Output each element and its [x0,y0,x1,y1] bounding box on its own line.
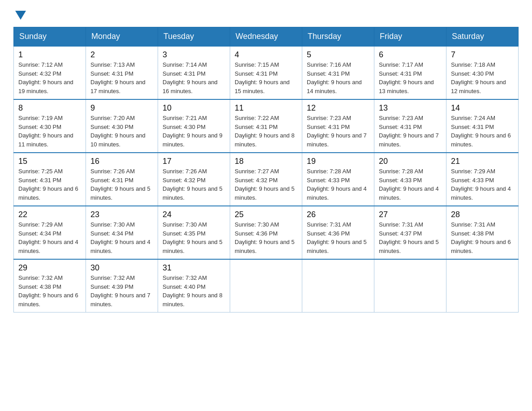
day-cell-2: 2Sunrise: 7:13 AMSunset: 4:31 PMDaylight… [86,46,158,99]
weekday-header-wednesday: Wednesday [230,27,302,47]
day-info: Sunrise: 7:21 AMSunset: 4:30 PMDaylight:… [163,115,223,148]
day-number: 4 [235,50,297,60]
day-info: Sunrise: 7:22 AMSunset: 4:31 PMDaylight:… [235,115,295,148]
day-number: 21 [451,157,514,166]
day-number: 14 [451,103,514,113]
day-info: Sunrise: 7:32 AMSunset: 4:40 PMDaylight:… [163,274,223,308]
day-info: Sunrise: 7:18 AMSunset: 4:30 PMDaylight:… [451,61,506,94]
day-number: 15 [18,157,81,166]
day-cell-25: 25Sunrise: 7:30 AMSunset: 4:36 PMDayligh… [230,206,302,259]
day-number: 5 [307,50,369,60]
empty-cell [374,259,446,313]
day-cell-23: 23Sunrise: 7:30 AMSunset: 4:34 PMDayligh… [86,206,158,259]
day-cell-15: 15Sunrise: 7:25 AMSunset: 4:31 PMDayligh… [14,153,86,206]
weekday-header-saturday: Saturday [446,27,519,47]
day-info: Sunrise: 7:28 AMSunset: 4:33 PMDaylight:… [379,168,439,201]
day-number: 18 [235,157,297,166]
day-number: 20 [379,157,442,166]
day-info: Sunrise: 7:15 AMSunset: 4:31 PMDaylight:… [235,61,290,94]
day-info: Sunrise: 7:29 AMSunset: 4:34 PMDaylight:… [18,221,78,254]
day-number: 25 [235,210,297,219]
weekday-header-tuesday: Tuesday [158,27,230,47]
day-info: Sunrise: 7:19 AMSunset: 4:30 PMDaylight:… [18,115,73,148]
day-cell-19: 19Sunrise: 7:28 AMSunset: 4:33 PMDayligh… [302,153,374,206]
day-info: Sunrise: 7:12 AMSunset: 4:32 PMDaylight:… [18,61,73,94]
day-cell-1: 1Sunrise: 7:12 AMSunset: 4:32 PMDaylight… [14,46,86,99]
day-info: Sunrise: 7:14 AMSunset: 4:31 PMDaylight:… [163,61,218,94]
day-cell-7: 7Sunrise: 7:18 AMSunset: 4:30 PMDaylight… [446,46,519,99]
day-info: Sunrise: 7:32 AMSunset: 4:39 PMDaylight:… [90,274,150,308]
day-number: 29 [18,263,81,273]
day-info: Sunrise: 7:31 AMSunset: 4:36 PMDaylight:… [307,221,367,254]
day-cell-28: 28Sunrise: 7:31 AMSunset: 4:38 PMDayligh… [446,206,519,259]
day-info: Sunrise: 7:20 AMSunset: 4:30 PMDaylight:… [90,115,146,148]
day-number: 7 [451,50,514,60]
day-info: Sunrise: 7:23 AMSunset: 4:31 PMDaylight:… [307,115,367,148]
day-number: 10 [163,103,225,113]
day-info: Sunrise: 7:32 AMSunset: 4:38 PMDaylight:… [18,274,78,308]
day-cell-22: 22Sunrise: 7:29 AMSunset: 4:34 PMDayligh… [14,206,86,259]
day-number: 13 [379,103,442,113]
day-cell-24: 24Sunrise: 7:30 AMSunset: 4:35 PMDayligh… [158,206,230,259]
day-info: Sunrise: 7:30 AMSunset: 4:36 PMDaylight:… [235,221,295,254]
day-number: 28 [451,210,514,219]
day-cell-13: 13Sunrise: 7:23 AMSunset: 4:31 PMDayligh… [374,99,446,153]
logo [13,9,26,18]
day-info: Sunrise: 7:28 AMSunset: 4:33 PMDaylight:… [307,168,367,201]
day-cell-5: 5Sunrise: 7:16 AMSunset: 4:31 PMDaylight… [302,46,374,99]
day-cell-27: 27Sunrise: 7:31 AMSunset: 4:37 PMDayligh… [374,206,446,259]
logo-triangle-icon [15,11,26,20]
week-row-1: 1Sunrise: 7:12 AMSunset: 4:32 PMDaylight… [14,46,519,99]
empty-cell [230,259,302,313]
day-cell-30: 30Sunrise: 7:32 AMSunset: 4:39 PMDayligh… [86,259,158,313]
day-info: Sunrise: 7:23 AMSunset: 4:31 PMDaylight:… [379,115,439,148]
weekday-header-monday: Monday [86,27,158,47]
day-cell-18: 18Sunrise: 7:27 AMSunset: 4:32 PMDayligh… [230,153,302,206]
day-cell-21: 21Sunrise: 7:29 AMSunset: 4:33 PMDayligh… [446,153,519,206]
day-number: 24 [163,210,225,219]
day-cell-16: 16Sunrise: 7:26 AMSunset: 4:31 PMDayligh… [86,153,158,206]
day-number: 22 [18,210,81,219]
calendar-table: SundayMondayTuesdayWednesdayThursdayFrid… [13,27,519,313]
day-cell-12: 12Sunrise: 7:23 AMSunset: 4:31 PMDayligh… [302,99,374,153]
empty-cell [302,259,374,313]
day-number: 12 [307,103,369,113]
day-cell-10: 10Sunrise: 7:21 AMSunset: 4:30 PMDayligh… [158,99,230,153]
day-cell-29: 29Sunrise: 7:32 AMSunset: 4:38 PMDayligh… [14,259,86,313]
weekday-header-friday: Friday [374,27,446,47]
week-row-2: 8Sunrise: 7:19 AMSunset: 4:30 PMDaylight… [14,99,519,153]
day-info: Sunrise: 7:31 AMSunset: 4:37 PMDaylight:… [379,221,439,254]
empty-cell [446,259,519,313]
day-info: Sunrise: 7:25 AMSunset: 4:31 PMDaylight:… [18,168,78,201]
week-row-4: 22Sunrise: 7:29 AMSunset: 4:34 PMDayligh… [14,206,519,259]
day-cell-9: 9Sunrise: 7:20 AMSunset: 4:30 PMDaylight… [86,99,158,153]
weekday-header-sunday: Sunday [14,27,86,47]
week-row-3: 15Sunrise: 7:25 AMSunset: 4:31 PMDayligh… [14,153,519,206]
page-header [13,9,519,18]
day-info: Sunrise: 7:30 AMSunset: 4:34 PMDaylight:… [90,221,150,254]
day-info: Sunrise: 7:13 AMSunset: 4:31 PMDaylight:… [90,61,146,94]
day-info: Sunrise: 7:30 AMSunset: 4:35 PMDaylight:… [163,221,223,254]
day-info: Sunrise: 7:24 AMSunset: 4:31 PMDaylight:… [451,115,511,148]
day-info: Sunrise: 7:27 AMSunset: 4:32 PMDaylight:… [235,168,295,201]
day-cell-4: 4Sunrise: 7:15 AMSunset: 4:31 PMDaylight… [230,46,302,99]
day-number: 6 [379,50,442,60]
day-info: Sunrise: 7:16 AMSunset: 4:31 PMDaylight:… [307,61,362,94]
day-number: 17 [163,157,225,166]
header-row: SundayMondayTuesdayWednesdayThursdayFrid… [14,27,519,47]
day-number: 26 [307,210,369,219]
day-cell-26: 26Sunrise: 7:31 AMSunset: 4:36 PMDayligh… [302,206,374,259]
day-cell-31: 31Sunrise: 7:32 AMSunset: 4:40 PMDayligh… [158,259,230,313]
week-row-5: 29Sunrise: 7:32 AMSunset: 4:38 PMDayligh… [14,259,519,313]
day-number: 11 [235,103,297,113]
day-number: 19 [307,157,369,166]
day-info: Sunrise: 7:29 AMSunset: 4:33 PMDaylight:… [451,168,511,201]
day-number: 23 [90,210,153,219]
day-number: 27 [379,210,442,219]
day-number: 3 [163,50,225,60]
day-number: 8 [18,103,81,113]
day-info: Sunrise: 7:26 AMSunset: 4:31 PMDaylight:… [90,168,150,201]
day-info: Sunrise: 7:26 AMSunset: 4:32 PMDaylight:… [163,168,223,201]
day-cell-17: 17Sunrise: 7:26 AMSunset: 4:32 PMDayligh… [158,153,230,206]
day-cell-11: 11Sunrise: 7:22 AMSunset: 4:31 PMDayligh… [230,99,302,153]
